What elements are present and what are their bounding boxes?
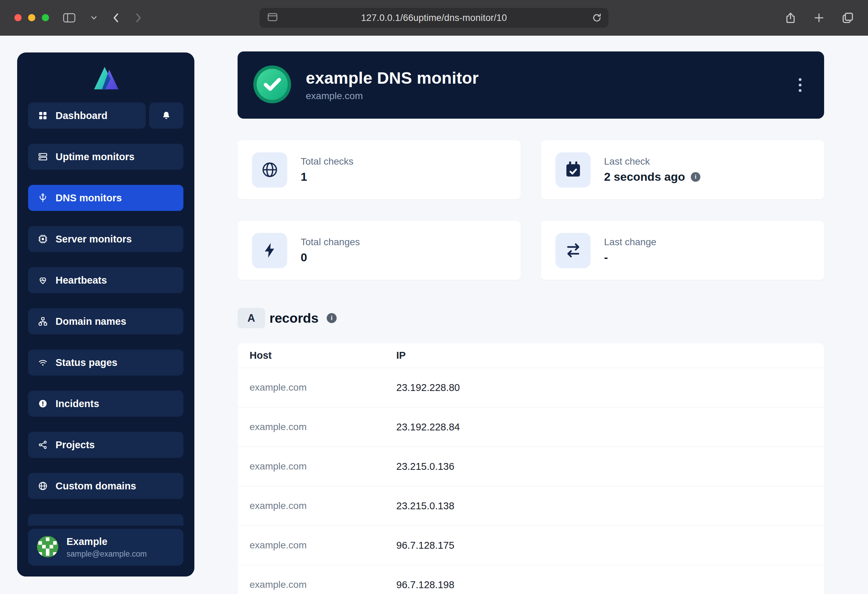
sidebar-item-label: Server monitors	[56, 233, 131, 245]
sidebar-item-dns-monitors[interactable]: DNS monitors	[28, 185, 183, 211]
cpu-icon	[38, 234, 48, 244]
table-row: example.com 23.215.0.138	[238, 486, 824, 526]
stat-card-total-checks: Total checks 1	[238, 140, 521, 199]
stat-card-total-changes: Total changes 0	[238, 221, 521, 280]
host-cell: example.com	[238, 540, 396, 551]
sidebar-item-custom-domains[interactable]: Custom domains	[28, 473, 183, 499]
bolt-icon	[252, 233, 287, 268]
status-check-icon	[252, 65, 292, 106]
ip-cell: 23.215.0.138	[396, 500, 824, 512]
tab-overview-icon[interactable]	[841, 11, 854, 24]
avatar	[36, 535, 59, 559]
sidebar-item-label: Custom domains	[56, 480, 136, 492]
stat-label: Last check	[604, 156, 700, 167]
heart-icon	[38, 275, 48, 285]
rows-icon	[38, 152, 48, 162]
table-row: example.com 23.215.0.136	[238, 447, 824, 486]
stat-value: 1	[301, 170, 307, 183]
stat-value: 0	[301, 251, 307, 264]
host-cell: example.com	[238, 500, 396, 511]
reload-icon[interactable]	[591, 12, 602, 23]
records-title: records	[269, 311, 319, 326]
main-content: example DNS monitor example.com Total ch…	[238, 35, 824, 594]
records-heading: A records i	[238, 308, 337, 328]
share-icon[interactable]	[784, 11, 797, 25]
forward-button[interactable]	[134, 13, 143, 23]
sidebar-item-label: Domain names	[56, 316, 126, 327]
info-icon[interactable]: i	[327, 313, 337, 323]
sidebar-item-heartbeats[interactable]: Heartbeats	[28, 267, 183, 293]
stat-value: -	[604, 251, 608, 264]
sidebar-menu: Dashboard Uptime monitors DNS moni	[28, 102, 183, 540]
user-card[interactable]: Example sample@example.com	[28, 529, 183, 566]
host-cell: example.com	[238, 579, 396, 590]
new-tab-icon[interactable]	[813, 12, 825, 24]
stat-value: 2 seconds ago	[604, 170, 685, 183]
monitor-header-card: example DNS monitor example.com	[238, 52, 824, 119]
kebab-menu-icon[interactable]	[795, 75, 805, 95]
table-row: example.com 23.192.228.84	[238, 408, 824, 447]
sidebar-item-projects[interactable]: Projects	[28, 432, 183, 458]
swap-arrows-icon	[555, 233, 590, 268]
sidebar-item-label: Status pages	[56, 357, 118, 368]
column-header-host: Host	[238, 350, 396, 361]
host-cell: example.com	[238, 461, 396, 472]
sidebar-item-label: Uptime monitors	[56, 151, 134, 163]
notifications-button[interactable]	[149, 102, 183, 129]
ip-cell: 96.7.128.198	[396, 579, 824, 591]
user-name: Example	[66, 536, 147, 547]
page-title: example DNS monitor	[306, 69, 478, 87]
info-icon[interactable]: i	[691, 172, 700, 182]
url-text: 127.0.0.1/66uptime/dns-monitor/10	[260, 13, 608, 23]
sidebar-item-dashboard[interactable]: Dashboard	[28, 102, 146, 129]
column-header-ip: IP	[396, 350, 824, 361]
monitor-hostname: example.com	[306, 90, 478, 102]
table-row: example.com 96.7.128.175	[238, 526, 824, 565]
user-email: sample@example.com	[66, 550, 147, 559]
wifi-icon	[38, 358, 48, 368]
sitemap-icon	[38, 316, 48, 327]
ip-cell: 23.192.228.80	[396, 382, 824, 393]
table-row: example.com 23.192.228.80	[238, 368, 824, 408]
records-table: Host IP example.com 23.192.228.80 exampl…	[238, 343, 824, 594]
sidebar: Dashboard Uptime monitors DNS moni	[17, 52, 194, 576]
alert-icon	[38, 399, 48, 409]
sidebar-toggle-icon[interactable]	[62, 12, 76, 24]
nodes-icon	[38, 440, 48, 450]
sidebar-item-incidents[interactable]: Incidents	[28, 391, 183, 417]
grid-icon	[38, 111, 48, 121]
zoom-window-button[interactable]	[42, 14, 49, 21]
stat-card-last-change: Last change -	[541, 221, 824, 280]
sidebar-item-status-pages[interactable]: Status pages	[28, 349, 183, 375]
table-row: example.com 96.7.128.198	[238, 565, 824, 594]
stat-card-last-check: Last check 2 seconds ago i	[541, 140, 824, 199]
chevron-down-icon[interactable]	[90, 15, 97, 21]
address-bar[interactable]: 127.0.0.1/66uptime/dns-monitor/10	[260, 8, 608, 28]
back-button[interactable]	[112, 13, 120, 23]
record-type-badge: A	[238, 308, 265, 328]
sidebar-item-label: Projects	[56, 439, 94, 451]
close-window-button[interactable]	[15, 14, 22, 21]
bell-icon	[161, 111, 171, 121]
sidebar-item-label: Heartbeats	[56, 275, 107, 286]
app-logo	[90, 64, 123, 92]
window-controls	[15, 14, 49, 21]
globe-icon	[38, 481, 48, 491]
browser-chrome: 127.0.0.1/66uptime/dns-monitor/10	[0, 0, 868, 35]
minimize-window-button[interactable]	[28, 14, 35, 21]
sidebar-item-domain-names[interactable]: Domain names	[28, 308, 183, 334]
sidebar-item-label: Dashboard	[56, 110, 107, 121]
table-header-row: Host IP	[238, 343, 824, 368]
sidebar-item-server-monitors[interactable]: Server monitors	[28, 226, 183, 252]
app-page: Dashboard Uptime monitors DNS moni	[0, 35, 868, 594]
calendar-check-icon	[555, 152, 590, 188]
stat-label: Total changes	[301, 236, 360, 248]
stat-label: Last change	[604, 236, 657, 248]
dns-icon	[38, 193, 48, 203]
ip-cell: 96.7.128.175	[396, 540, 824, 551]
ip-cell: 23.192.228.84	[396, 421, 824, 433]
sidebar-item-uptime-monitors[interactable]: Uptime monitors	[28, 144, 183, 170]
sidebar-footer: Example sample@example.com	[17, 526, 194, 576]
sidebar-item-label: Incidents	[56, 398, 99, 409]
host-cell: example.com	[238, 421, 396, 433]
